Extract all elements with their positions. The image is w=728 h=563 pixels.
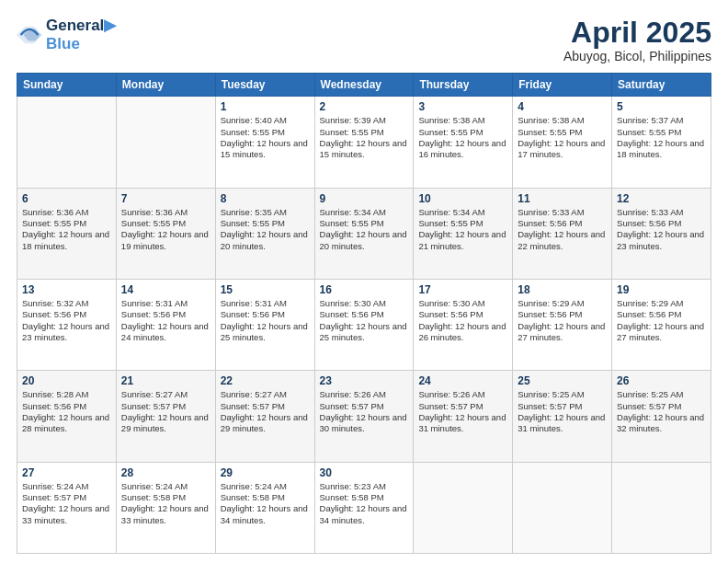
day-number: 30 <box>320 466 409 479</box>
calendar-cell: 2Sunrise: 5:39 AMSunset: 5:55 PMDaylight… <box>314 97 414 188</box>
calendar-cell: 23Sunrise: 5:26 AMSunset: 5:57 PMDayligh… <box>314 371 414 462</box>
day-info-line: Sunrise: 5:27 AM <box>121 389 210 400</box>
calendar-cell <box>116 97 215 188</box>
day-info-line: Sunset: 5:55 PM <box>22 218 111 229</box>
day-of-week-header: Sunday <box>17 74 117 97</box>
day-number: 25 <box>518 374 607 387</box>
day-info-line: Sunrise: 5:23 AM <box>320 481 409 492</box>
calendar-week-row: 20Sunrise: 5:28 AMSunset: 5:56 PMDayligh… <box>17 371 711 462</box>
day-info-line: Daylight: 12 hours and 34 minutes. <box>320 503 409 526</box>
calendar-cell: 16Sunrise: 5:30 AMSunset: 5:56 PMDayligh… <box>314 279 414 370</box>
calendar-week-row: 6Sunrise: 5:36 AMSunset: 5:55 PMDaylight… <box>17 188 711 279</box>
day-info-line: Sunset: 5:57 PM <box>418 401 507 412</box>
day-info-line: Sunset: 5:55 PM <box>221 218 310 229</box>
day-number: 23 <box>320 374 409 387</box>
day-info-line: Sunset: 5:57 PM <box>320 401 409 412</box>
day-info-line: Sunset: 5:56 PM <box>617 218 706 229</box>
day-info-line: Sunset: 5:55 PM <box>320 218 409 229</box>
calendar-cell: 28Sunrise: 5:24 AMSunset: 5:58 PMDayligh… <box>116 462 215 553</box>
calendar-cell: 29Sunrise: 5:24 AMSunset: 5:58 PMDayligh… <box>215 462 314 553</box>
day-info-line: Daylight: 12 hours and 15 minutes. <box>320 138 409 161</box>
day-info-line: Sunrise: 5:34 AM <box>418 207 507 218</box>
day-info-line: Sunrise: 5:25 AM <box>617 389 706 400</box>
day-info-line: Daylight: 12 hours and 17 minutes. <box>518 138 607 161</box>
logo: General▶ Blue <box>17 17 116 52</box>
day-info-line: Daylight: 12 hours and 26 minutes. <box>418 321 507 344</box>
day-info-line: Sunset: 5:55 PM <box>221 127 310 138</box>
day-info-line: Sunrise: 5:38 AM <box>518 115 607 126</box>
day-number: 26 <box>617 374 706 387</box>
calendar-cell: 3Sunrise: 5:38 AMSunset: 5:55 PMDaylight… <box>414 97 513 188</box>
calendar-cell: 20Sunrise: 5:28 AMSunset: 5:56 PMDayligh… <box>17 371 117 462</box>
day-info-line: Sunset: 5:57 PM <box>221 401 310 412</box>
calendar-body: 1Sunrise: 5:40 AMSunset: 5:55 PMDaylight… <box>17 97 711 554</box>
day-info-line: Daylight: 12 hours and 30 minutes. <box>320 412 409 435</box>
page: General▶ Blue April 2025 Abuyog, Bicol, … <box>0 0 728 563</box>
day-info-line: Daylight: 12 hours and 22 minutes. <box>518 229 607 252</box>
logo-text: General▶ Blue <box>46 17 116 52</box>
day-info-line: Daylight: 12 hours and 21 minutes. <box>418 229 507 252</box>
day-number: 1 <box>221 100 310 113</box>
calendar-cell <box>513 462 612 553</box>
day-number: 8 <box>221 192 310 205</box>
day-number: 16 <box>320 283 409 296</box>
day-info-line: Sunrise: 5:33 AM <box>617 207 706 218</box>
day-number: 12 <box>617 192 706 205</box>
day-info-line: Sunrise: 5:26 AM <box>320 389 409 400</box>
day-info-line: Daylight: 12 hours and 31 minutes. <box>418 412 507 435</box>
day-info-line: Sunset: 5:55 PM <box>518 127 607 138</box>
calendar-cell: 30Sunrise: 5:23 AMSunset: 5:58 PMDayligh… <box>314 462 414 553</box>
day-info-line: Sunrise: 5:37 AM <box>617 115 706 126</box>
day-info-line: Sunset: 5:58 PM <box>221 492 310 503</box>
calendar-cell <box>17 97 117 188</box>
day-info-line: Sunrise: 5:30 AM <box>320 298 409 309</box>
day-number: 13 <box>22 283 111 296</box>
day-info-line: Daylight: 12 hours and 18 minutes. <box>617 138 706 161</box>
day-info-line: Daylight: 12 hours and 25 minutes. <box>221 321 310 344</box>
day-info-line: Sunrise: 5:40 AM <box>221 115 310 126</box>
day-number: 29 <box>221 466 310 479</box>
calendar-week-row: 1Sunrise: 5:40 AMSunset: 5:55 PMDaylight… <box>17 97 711 188</box>
day-number: 4 <box>518 100 607 113</box>
day-number: 20 <box>22 374 111 387</box>
day-info-line: Daylight: 12 hours and 27 minutes. <box>518 321 607 344</box>
calendar-cell: 25Sunrise: 5:25 AMSunset: 5:57 PMDayligh… <box>513 371 612 462</box>
day-of-week-header: Monday <box>116 74 215 97</box>
day-info-line: Sunset: 5:55 PM <box>320 127 409 138</box>
day-info-line: Sunrise: 5:26 AM <box>418 389 507 400</box>
day-info-line: Daylight: 12 hours and 27 minutes. <box>617 321 706 344</box>
day-number: 5 <box>617 100 706 113</box>
day-info-line: Sunrise: 5:33 AM <box>518 207 607 218</box>
day-info-line: Daylight: 12 hours and 25 minutes. <box>320 321 409 344</box>
day-number: 18 <box>518 283 607 296</box>
day-info-line: Sunset: 5:56 PM <box>617 309 706 320</box>
day-number: 24 <box>418 374 507 387</box>
calendar-cell: 14Sunrise: 5:31 AMSunset: 5:56 PMDayligh… <box>116 279 215 370</box>
day-info-line: Daylight: 12 hours and 19 minutes. <box>121 229 210 252</box>
day-number: 14 <box>121 283 210 296</box>
day-info-line: Daylight: 12 hours and 31 minutes. <box>518 412 607 435</box>
calendar-cell: 15Sunrise: 5:31 AMSunset: 5:56 PMDayligh… <box>215 279 314 370</box>
header: General▶ Blue April 2025 Abuyog, Bicol, … <box>17 17 711 63</box>
day-info-line: Daylight: 12 hours and 15 minutes. <box>221 138 310 161</box>
day-info-line: Sunrise: 5:34 AM <box>320 207 409 218</box>
day-of-week-header: Thursday <box>414 74 513 97</box>
calendar-cell: 21Sunrise: 5:27 AMSunset: 5:57 PMDayligh… <box>116 371 215 462</box>
day-number: 3 <box>418 100 507 113</box>
day-info-line: Daylight: 12 hours and 28 minutes. <box>22 412 111 435</box>
day-number: 6 <box>22 192 111 205</box>
day-number: 9 <box>320 192 409 205</box>
calendar-cell: 4Sunrise: 5:38 AMSunset: 5:55 PMDaylight… <box>513 97 612 188</box>
calendar-cell: 1Sunrise: 5:40 AMSunset: 5:55 PMDaylight… <box>215 97 314 188</box>
day-info-line: Sunrise: 5:29 AM <box>617 298 706 309</box>
day-info-line: Sunset: 5:56 PM <box>518 309 607 320</box>
calendar-cell: 24Sunrise: 5:26 AMSunset: 5:57 PMDayligh… <box>414 371 513 462</box>
subtitle: Abuyog, Bicol, Philippines <box>563 49 711 63</box>
day-number: 21 <box>121 374 210 387</box>
day-of-week-header: Saturday <box>612 74 711 97</box>
day-info-line: Sunset: 5:56 PM <box>22 401 111 412</box>
day-info-line: Sunrise: 5:39 AM <box>320 115 409 126</box>
calendar-cell <box>414 462 513 553</box>
day-info-line: Sunrise: 5:36 AM <box>121 207 210 218</box>
day-number: 2 <box>320 100 409 113</box>
